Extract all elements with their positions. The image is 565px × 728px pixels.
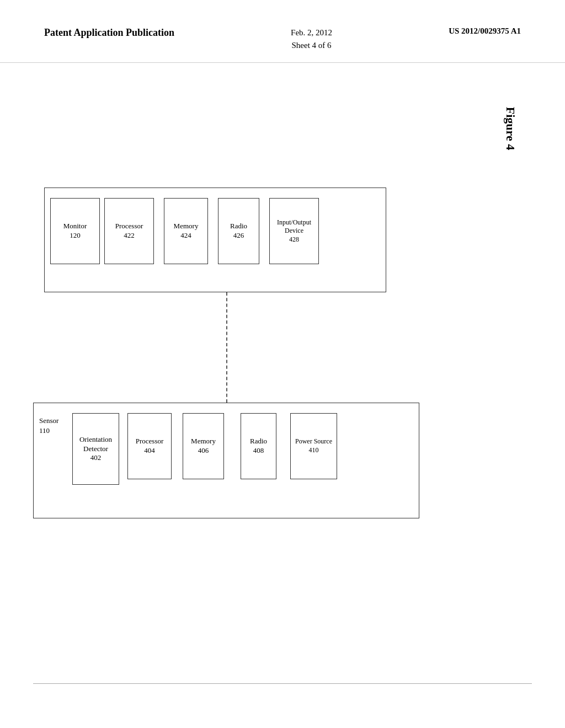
- publication-date: Feb. 2, 2012: [291, 28, 332, 37]
- power-label: Power Source: [295, 437, 332, 446]
- radio-top-component: Radio 426: [218, 198, 259, 264]
- orientation-number: 402: [90, 453, 102, 463]
- processor-bottom-label: Processor: [136, 437, 164, 446]
- dashed-line: [226, 292, 227, 403]
- bottom-separator: [33, 683, 532, 684]
- processor-top-number: 422: [124, 231, 135, 240]
- sheet-info: Sheet 4 of 6: [292, 41, 332, 50]
- power-number: 410: [309, 446, 319, 455]
- figure-label: Figure 4: [503, 107, 518, 150]
- processor-top-component: Processor 422: [104, 198, 154, 264]
- memory-bottom-number: 406: [198, 446, 209, 456]
- sensor-number: 110: [39, 426, 50, 436]
- header: Patent Application Publication Feb. 2, 2…: [0, 0, 565, 63]
- processor-bottom-number: 404: [144, 446, 155, 456]
- orientation-label: OrientationDetector: [79, 435, 112, 454]
- io-component: Input/OutputDevice 428: [269, 198, 319, 264]
- radio-bottom-label: Radio: [250, 437, 267, 446]
- memory-top-label: Memory: [174, 222, 199, 231]
- power-source-component: Power Source 410: [290, 413, 337, 479]
- sensor-label-area: Sensor 110: [39, 413, 70, 436]
- radio-top-number: 426: [233, 231, 244, 240]
- radio-top-label: Radio: [230, 222, 247, 231]
- page: Patent Application Publication Feb. 2, 2…: [0, 0, 565, 728]
- io-number: 428: [289, 235, 299, 244]
- io-label: Input/OutputDevice: [277, 218, 311, 235]
- radio-bottom-number: 408: [253, 446, 264, 456]
- processor-bottom-component: Processor 404: [127, 413, 172, 479]
- processor-top-label: Processor: [115, 222, 143, 231]
- memory-bottom-component: Memory 406: [183, 413, 224, 479]
- publication-title: Patent Application Publication: [44, 26, 174, 39]
- sensor-label: Sensor: [39, 416, 58, 426]
- bottom-device-box: Sensor 110 OrientationDetector 402 Proce…: [33, 403, 419, 518]
- top-device-box: Monitor 120 Processor 422 Memory 424 Rad…: [44, 188, 386, 292]
- orientation-detector-component: OrientationDetector 402: [72, 413, 119, 485]
- memory-top-component: Memory 424: [164, 198, 208, 264]
- monitor-component: Monitor 120: [50, 198, 100, 264]
- monitor-number: 120: [70, 231, 81, 240]
- monitor-label: Monitor: [63, 222, 87, 231]
- header-center: Feb. 2, 2012 Sheet 4 of 6: [291, 26, 332, 51]
- diagram-container: Monitor 120 Processor 422 Memory 424 Rad…: [33, 188, 475, 518]
- memory-top-number: 424: [180, 231, 191, 240]
- patent-number: US 2012/0029375 A1: [449, 26, 521, 36]
- radio-bottom-component: Radio 408: [241, 413, 276, 479]
- memory-bottom-label: Memory: [191, 437, 216, 446]
- connector-area: [44, 292, 408, 403]
